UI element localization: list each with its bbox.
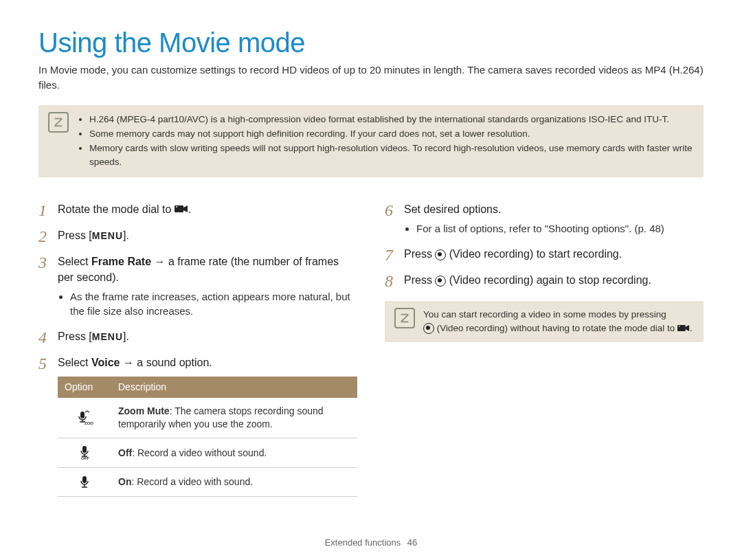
- svg-text:ZOOM: ZOOM: [85, 421, 93, 425]
- page-footer: Extended functions 46: [0, 537, 742, 548]
- step-7: 7 Press (Video recording) to start recor…: [385, 247, 704, 262]
- step-number: 1: [38, 199, 47, 223]
- voice-options-table: Option Description: [58, 377, 357, 497]
- table-header-option: Option: [58, 377, 111, 399]
- table-row: On: Record a video with sound.: [58, 468, 357, 496]
- step-number: 7: [385, 244, 393, 267]
- step-text: .: [188, 203, 191, 215]
- step-text: Select: [58, 256, 91, 267]
- right-column: 6 Set desired options. For a list of opt…: [385, 202, 704, 508]
- note-icon: [394, 308, 415, 328]
- table-row: OFF Off: Record a video without sound.: [58, 438, 357, 468]
- menu-button-label: MENU: [92, 331, 123, 342]
- note-item: Some memory cards may not support high d…: [89, 127, 694, 141]
- step-number: 8: [385, 270, 393, 293]
- page-title: Using the Movie mode: [38, 27, 704, 58]
- step-text: ].: [123, 229, 129, 241]
- table-cell: Zoom Mute: The camera stops recording so…: [111, 398, 357, 438]
- movie-mode-icon: [677, 324, 690, 334]
- record-button-icon: [423, 323, 434, 334]
- step-number: 4: [38, 326, 47, 350]
- step-5: 5 Select Voice → a sound option. Option …: [38, 355, 357, 496]
- note-line: You can start recording a video in some …: [423, 308, 694, 322]
- two-column-layout: 1 Rotate the mode dial to . 2 Press [MEN…: [38, 202, 704, 508]
- note-item: Memory cards with slow writing speeds wi…: [89, 142, 694, 170]
- voice-label: Voice: [91, 357, 120, 368]
- step-text: Rotate the mode dial to: [58, 203, 175, 215]
- svg-rect-2: [80, 412, 85, 418]
- mic-off-icon: OFF: [58, 438, 111, 468]
- record-button-icon: [435, 249, 446, 260]
- step-text: Set desired options.: [404, 203, 501, 215]
- svg-point-14: [679, 326, 680, 327]
- step-text: Press [: [58, 331, 92, 342]
- step-text: Press: [404, 248, 435, 260]
- svg-rect-0: [175, 205, 183, 212]
- step-text: Select: [58, 357, 91, 368]
- step-4: 4 Press [MENU].: [38, 329, 357, 344]
- step-text: (Video recording) again to stop recordin…: [446, 274, 651, 286]
- step-text: ].: [123, 331, 129, 342]
- table-header-description: Description: [111, 377, 357, 399]
- frame-rate-label: Frame Rate: [91, 256, 151, 267]
- mic-on-icon: [58, 468, 111, 496]
- step-2: 2 Press [MENU].: [38, 228, 357, 243]
- note-item: H.264 (MPEG-4 part10/AVC) is a high-comp…: [89, 113, 694, 126]
- left-column: 1 Rotate the mode dial to . 2 Press [MEN…: [38, 202, 357, 508]
- manual-page: Using the Movie mode In Movie mode, you …: [0, 0, 742, 560]
- step-number: 6: [385, 199, 393, 223]
- step-sub: For a list of options, refer to "Shootin…: [416, 221, 704, 236]
- note-box-top: H.264 (MPEG-4 part10/AVC) is a high-comp…: [38, 105, 704, 177]
- step-text: Press [: [58, 229, 92, 241]
- table-row: ZOOM Zoom Mute: The camera stops recordi…: [58, 398, 357, 438]
- step-8: 8 Press (Video recording) again to stop …: [385, 273, 704, 288]
- intro-text: In Movie mode, you can customize setting…: [38, 63, 704, 93]
- step-text: (Video recording) to start recording.: [446, 248, 622, 260]
- step-number: 2: [38, 225, 47, 249]
- step-text: → a sound option.: [120, 357, 212, 368]
- note-line: (Video recording) without having to rota…: [423, 322, 694, 335]
- step-3: 3 Select Frame Rate → a frame rate (the …: [38, 254, 357, 318]
- svg-point-1: [176, 206, 177, 208]
- step-number: 5: [38, 352, 47, 376]
- menu-button-label: MENU: [92, 230, 123, 241]
- step-number: 3: [38, 251, 47, 275]
- step-text: Press: [404, 274, 435, 286]
- record-button-icon: [435, 276, 446, 287]
- svg-rect-10: [82, 476, 87, 483]
- movie-mode-icon: [175, 204, 188, 215]
- note-box-bottom: You can start recording a video in some …: [385, 301, 704, 343]
- footer-page-number: 46: [407, 537, 417, 548]
- step-6: 6 Set desired options. For a list of opt…: [385, 202, 704, 236]
- step-sub: As the frame rate increases, action appe…: [70, 289, 357, 318]
- footer-section: Extended functions: [325, 537, 401, 548]
- table-cell: On: Record a video with sound.: [111, 468, 357, 496]
- step-1: 1 Rotate the mode dial to .: [38, 202, 357, 217]
- svg-rect-6: [82, 446, 87, 453]
- svg-text:OFF: OFF: [81, 456, 89, 460]
- table-cell: Off: Record a video without sound.: [111, 438, 357, 468]
- note-icon: [48, 112, 69, 133]
- svg-rect-13: [677, 325, 686, 331]
- zoom-mute-icon: ZOOM: [58, 398, 111, 438]
